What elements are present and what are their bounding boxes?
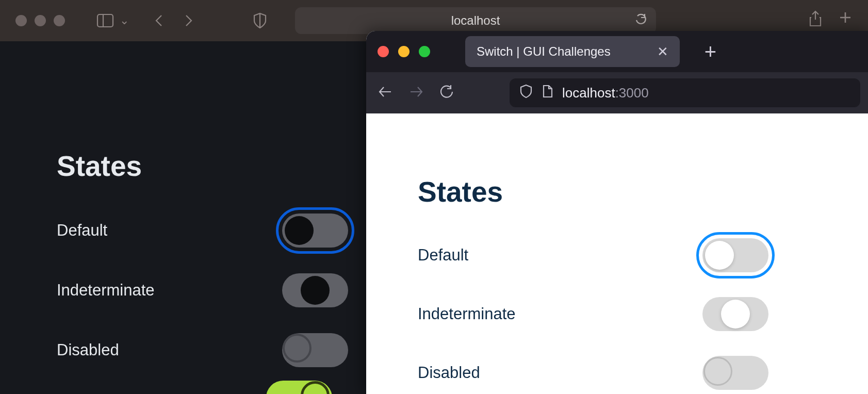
back-button[interactable] (149, 10, 169, 31)
switch-default[interactable] (702, 238, 768, 272)
address-bar[interactable]: localhost (295, 7, 656, 34)
firefox-toolbar: localhost:3000 (366, 72, 868, 113)
safari-right-controls (808, 10, 853, 29)
switch-thumb (285, 216, 314, 245)
switch-row-disabled: Disabled (57, 333, 348, 367)
minimize-window-button[interactable] (35, 15, 46, 26)
switch-row-default: Default (57, 214, 348, 248)
firefox-tabbar: Switch | GUI Challenges ✕ + (366, 31, 868, 72)
share-icon[interactable] (808, 10, 823, 29)
switch-indeterminate[interactable] (702, 297, 768, 331)
switch-label: Disabled (418, 364, 480, 382)
reload-button[interactable] (439, 85, 454, 101)
switch-thumb (703, 357, 732, 386)
switch-thumb (283, 334, 312, 363)
new-tab-button[interactable]: + (705, 41, 716, 62)
switch-label: Default (57, 221, 107, 240)
close-window-button[interactable] (15, 15, 27, 26)
reload-icon[interactable] (634, 12, 647, 29)
url-host: localhost (562, 85, 615, 101)
svg-rect-0 (97, 14, 113, 27)
browser-tab[interactable]: Switch | GUI Challenges ✕ (465, 36, 680, 67)
switch-row-indeterminate: Indeterminate (418, 297, 768, 331)
switch-thumb (301, 276, 330, 305)
close-window-button[interactable] (378, 46, 389, 57)
nav-buttons (378, 85, 454, 101)
switch-row-disabled: Disabled (418, 356, 768, 390)
page-icon (542, 85, 553, 102)
switch-thumb (721, 300, 750, 329)
switch-indeterminate[interactable] (282, 273, 348, 307)
forward-button[interactable] (178, 10, 199, 31)
shield-icon[interactable] (250, 10, 270, 31)
shield-icon[interactable] (520, 84, 532, 102)
new-tab-icon[interactable] (838, 10, 853, 29)
firefox-page-content: States Default Indeterminate Disabled (366, 113, 868, 394)
switch-label: Default (418, 246, 468, 265)
minimize-window-button[interactable] (398, 46, 410, 57)
forward-button (408, 85, 424, 101)
firefox-window: Switch | GUI Challenges ✕ + loc (366, 31, 868, 394)
traffic-lights (378, 46, 430, 57)
switch-disabled-checked (266, 381, 332, 394)
switch-thumb (301, 381, 330, 394)
page-title: States (418, 175, 868, 208)
switch-row-default: Default (418, 238, 768, 272)
maximize-window-button[interactable] (54, 15, 65, 26)
url-port: :3000 (615, 85, 649, 101)
address-bar[interactable]: localhost:3000 (510, 78, 860, 107)
switch-row-indeterminate: Indeterminate (57, 273, 348, 307)
maximize-window-button[interactable] (419, 46, 430, 57)
switch-default[interactable] (282, 214, 348, 248)
tab-title: Switch | GUI Challenges (477, 44, 611, 59)
close-tab-icon[interactable]: ✕ (657, 44, 668, 60)
switch-label: Indeterminate (57, 281, 155, 300)
url-text: localhost (451, 13, 500, 28)
switch-disabled (282, 333, 348, 367)
switch-disabled (702, 356, 768, 390)
back-button[interactable] (378, 85, 393, 101)
chevron-down-icon: ⌄ (120, 14, 129, 27)
traffic-lights (15, 15, 65, 26)
switch-thumb (705, 241, 734, 270)
switch-label: Disabled (57, 341, 119, 359)
sidebar-toggle-button[interactable] (95, 10, 116, 31)
switch-label: Indeterminate (418, 305, 516, 323)
